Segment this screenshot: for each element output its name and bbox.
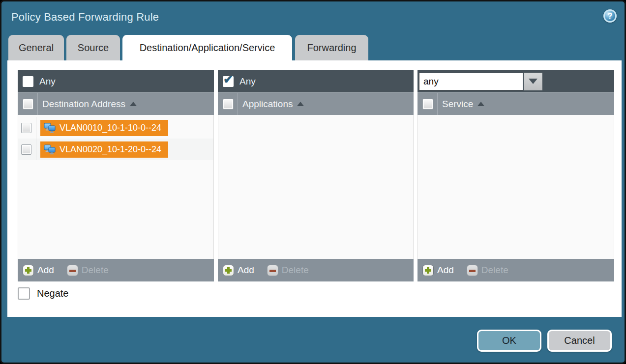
header-divider: [37, 93, 38, 115]
destination-address-item[interactable]: VLAN0010_10-1-10-0--24: [40, 120, 168, 136]
add-application-button[interactable]: Add: [218, 265, 254, 276]
tab-destination-application-service[interactable]: Destination/Application/Service: [122, 35, 292, 61]
tab-label: General: [19, 42, 54, 54]
delete-application-button[interactable]: Delete: [254, 265, 309, 276]
applications-select-all-checkbox[interactable]: [223, 99, 234, 110]
add-label: Add: [37, 265, 54, 276]
chevron-down-icon: [529, 79, 537, 84]
ok-label: OK: [502, 335, 516, 346]
delete-icon: [267, 265, 278, 276]
tab-label: Destination/Application/Service: [140, 42, 275, 54]
destination-any-label: Any: [39, 76, 56, 87]
delete-label: Delete: [282, 265, 309, 276]
delete-icon: [467, 265, 478, 276]
destination-address-list: VLAN0010_10-1-10-0--24: [18, 115, 214, 259]
service-select-all-checkbox[interactable]: [422, 99, 433, 110]
destination-address-item[interactable]: VLAN0020_10-1-20-0--24: [40, 141, 168, 158]
dialog-title: Policy Based Forwarding Rule: [11, 11, 159, 24]
service-dropdown-bar: [417, 70, 614, 92]
row-checkbox[interactable]: [21, 144, 31, 155]
applications-footer-bar: Add Delete: [218, 259, 414, 281]
service-footer-bar: Add Delete: [417, 259, 614, 281]
service-dropdown-input[interactable]: [419, 73, 523, 90]
tab-general[interactable]: General: [8, 35, 64, 61]
tab-source[interactable]: Source: [66, 35, 120, 61]
delete-label: Delete: [82, 265, 109, 276]
delete-destination-button[interactable]: Delete: [54, 265, 109, 276]
table-row[interactable]: VLAN0010_10-1-10-0--24: [18, 117, 213, 139]
table-row[interactable]: VLAN0020_10-1-20-0--24: [18, 139, 213, 160]
applications-any-label: Any: [239, 76, 256, 87]
negate-checkbox[interactable]: [18, 287, 30, 300]
row-checkbox-cell: [18, 139, 36, 160]
applications-header-row[interactable]: Applications: [218, 92, 414, 115]
network-address-icon: [44, 123, 56, 133]
row-checkbox-cell: [18, 117, 36, 139]
header-divider: [437, 93, 438, 115]
negate-label: Negate: [37, 288, 69, 299]
negate-row: Negate: [18, 287, 69, 300]
add-destination-button[interactable]: Add: [18, 265, 54, 276]
delete-label: Delete: [481, 265, 508, 276]
destination-any-checkbox[interactable]: [23, 76, 33, 87]
sort-ascending-icon: [130, 102, 137, 106]
add-icon: [223, 265, 234, 276]
add-label: Add: [238, 265, 254, 276]
applications-any-checkbox[interactable]: ✔: [223, 76, 234, 87]
delete-icon: [67, 265, 78, 276]
destination-address-column: Any Destination Address: [18, 70, 214, 281]
add-icon: [23, 265, 34, 276]
ok-button[interactable]: OK: [477, 330, 541, 352]
checkmark-icon: ✔: [223, 73, 233, 86]
policy-based-forwarding-dialog: Policy Based Forwarding Rule ? General S…: [0, 0, 626, 364]
service-list: [417, 115, 614, 259]
help-icon[interactable]: ?: [603, 9, 617, 23]
tab-content-panel: Any Destination Address: [7, 60, 622, 317]
service-dropdown-button[interactable]: [524, 73, 542, 90]
tab-label: Source: [78, 42, 109, 54]
service-header-row[interactable]: Service: [417, 92, 614, 115]
add-label: Add: [437, 265, 454, 276]
cancel-label: Cancel: [564, 335, 595, 346]
network-address-icon: [44, 144, 56, 155]
header-divider: [238, 93, 238, 115]
add-service-button[interactable]: Add: [417, 265, 454, 276]
add-icon: [422, 265, 434, 276]
address-object-name: VLAN0020_10-1-20-0--24: [60, 144, 161, 155]
destination-any-bar: Any: [18, 70, 214, 92]
address-object-name: VLAN0010_10-1-10-0--24: [60, 123, 161, 133]
destination-footer-bar: Add Delete: [18, 259, 214, 281]
tab-label: Forwarding: [307, 42, 356, 54]
applications-header: Applications: [242, 99, 293, 110]
service-column: Service Add Delete: [417, 70, 614, 281]
applications-any-bar: ✔ Any: [218, 70, 414, 92]
service-dropdown: [419, 73, 542, 90]
help-glyph: ?: [608, 12, 613, 21]
destination-address-header: Destination Address: [42, 99, 125, 110]
sort-ascending-icon: [477, 102, 484, 106]
tab-forwarding[interactable]: Forwarding: [295, 35, 368, 61]
destination-select-all-checkbox[interactable]: [23, 99, 33, 110]
row-checkbox[interactable]: [21, 123, 31, 133]
sort-ascending-icon: [297, 102, 304, 106]
applications-column: ✔ Any Applications Add Delete: [218, 70, 414, 281]
destination-address-header-row[interactable]: Destination Address: [18, 92, 214, 115]
applications-list: [218, 115, 414, 259]
cancel-button[interactable]: Cancel: [547, 330, 612, 352]
delete-service-button[interactable]: Delete: [454, 265, 508, 276]
service-header: Service: [442, 99, 473, 110]
